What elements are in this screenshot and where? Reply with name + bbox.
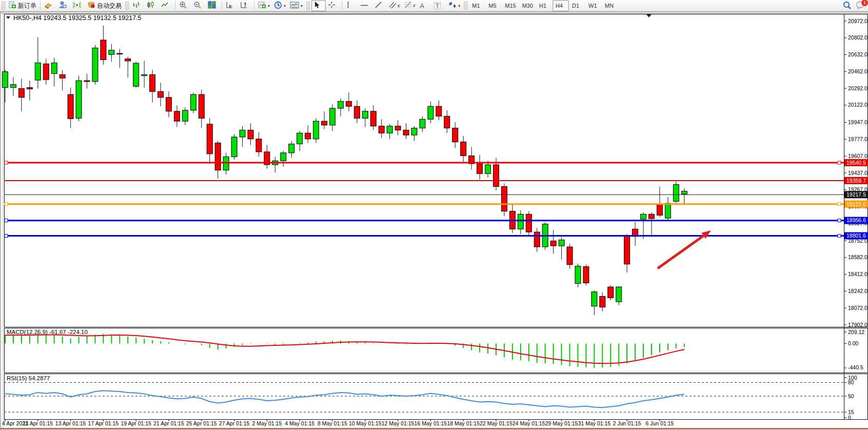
timeframe-button-MN[interactable]: MN <box>602 0 618 11</box>
indicators-caret-icon: ▾ <box>268 4 270 8</box>
candle-body <box>182 110 188 121</box>
timeframe-button-D1[interactable]: D1 <box>569 0 585 11</box>
candle-body <box>583 267 589 283</box>
hline-left-handle[interactable] <box>5 219 8 222</box>
candle-body <box>485 165 491 173</box>
candle-body <box>150 75 155 92</box>
macd-axis-label: -440.5 <box>848 364 863 370</box>
new-order-button[interactable]: 新订单 <box>7 0 38 11</box>
templates-button[interactable]: ▾ <box>288 0 305 11</box>
macd-axis-label: 209.12 <box>848 329 864 335</box>
date-axis-label: 13 Apr 01:15 <box>55 420 86 426</box>
candle-body <box>673 185 679 202</box>
hline-right-handle[interactable] <box>838 161 841 164</box>
hline-right-handle[interactable] <box>838 219 841 222</box>
timeframe-button-H4[interactable]: H4 <box>553 0 569 11</box>
timeframe-button-M1[interactable]: M1 <box>469 0 485 11</box>
fibo-suffix: F <box>413 4 416 8</box>
search-icon[interactable] <box>842 1 852 11</box>
date-axis-label: 2 Jun 01:15 <box>613 420 641 426</box>
timeframe-button-M30[interactable]: M30 <box>519 0 536 11</box>
candle-body <box>256 139 262 152</box>
candle-body <box>444 116 450 128</box>
price-axis-label: 17902.0 <box>848 322 867 328</box>
tile-windows-button[interactable] <box>206 0 220 11</box>
vertical-line-icon <box>346 1 350 10</box>
hline-right-handle[interactable] <box>838 234 841 238</box>
hline-left-handle[interactable] <box>5 203 8 206</box>
bar-chart-type-button[interactable] <box>130 0 145 11</box>
cursor-tool-button[interactable] <box>311 0 326 11</box>
person-computer-icon <box>58 1 67 10</box>
crosshair-tool-button[interactable] <box>326 0 340 11</box>
hline-tool-button[interactable] <box>358 0 372 11</box>
candle-body <box>68 94 73 119</box>
rsi-axis-label: 0 <box>848 415 851 421</box>
macd-axis-label: 0.00 <box>848 340 859 346</box>
terminal-button[interactable] <box>56 0 71 11</box>
date-axis-label: 27 Apr 01:15 <box>219 420 250 426</box>
candle-body <box>649 214 655 219</box>
chart-surface[interactable]: 20972.020802.020632.020462.020292.020122… <box>0 0 868 430</box>
horizontal-line-icon <box>360 2 368 9</box>
arrows-tool-button[interactable]: ▾ <box>446 0 462 11</box>
candle-body <box>494 165 499 186</box>
new-order-label: 新订单 <box>18 2 36 10</box>
text-tool-button[interactable]: A <box>418 0 432 11</box>
candlestick-chart-type-button[interactable] <box>145 0 159 11</box>
hline-right-handle[interactable] <box>838 203 841 206</box>
candle-body <box>92 48 98 82</box>
candle-body <box>420 119 425 128</box>
zoom-in-button[interactable] <box>177 0 191 11</box>
periods-button[interactable]: ▾ <box>272 0 288 11</box>
trendline-tool-button[interactable] <box>372 0 387 11</box>
signal-button[interactable] <box>71 0 85 11</box>
timeframe-button-W1[interactable]: W1 <box>585 0 602 11</box>
candle-body <box>550 241 556 246</box>
channel-tool-button[interactable]: E <box>387 0 402 11</box>
candle-body <box>305 133 311 139</box>
candle-body <box>338 102 343 108</box>
text-tool-icon: A <box>420 2 424 10</box>
candle-body <box>313 121 319 139</box>
auto-trading-button[interactable]: 自动交易 <box>85 0 124 11</box>
timeframe-button-M5[interactable]: M5 <box>485 0 502 11</box>
candle-body <box>534 232 540 247</box>
candle-body <box>322 121 327 125</box>
auto-scroll-icon <box>226 1 233 10</box>
date-axis-label: 25 Apr 01:15 <box>186 420 217 426</box>
timeframe-button-H1[interactable]: H1 <box>536 0 553 11</box>
date-axis-label: 10 May 01:15 <box>349 420 382 426</box>
candle-body <box>403 130 409 135</box>
candle-body <box>362 111 368 118</box>
hline-left-handle[interactable] <box>5 161 8 164</box>
gold-book-icon <box>44 2 52 10</box>
candle-body <box>461 142 466 156</box>
auto-trading-label: 自动交易 <box>97 2 122 10</box>
text-label-tool-button[interactable]: T <box>432 0 446 11</box>
auto-scroll-button[interactable] <box>224 0 238 11</box>
market-watch-button[interactable] <box>42 0 56 11</box>
vline-tool-button[interactable] <box>344 0 358 11</box>
date-axis-label: 31 May 01:15 <box>578 420 611 426</box>
price-axis-label: 19437.0 <box>848 170 867 176</box>
candle-body <box>51 63 57 73</box>
hline-left-handle[interactable] <box>5 234 8 238</box>
timeframe-button-M15[interactable]: M15 <box>502 0 519 11</box>
indicators-button[interactable]: ▾ <box>256 0 272 11</box>
macd-panel[interactable] <box>4 328 867 373</box>
line-chart-type-button[interactable] <box>159 0 173 11</box>
main-chart-panel[interactable] <box>4 14 867 327</box>
zoom-out-icon <box>193 1 202 11</box>
crosshair-icon <box>328 1 336 10</box>
candlestick-icon <box>147 1 154 10</box>
candle-body <box>125 59 131 61</box>
fibonacci-tool-button[interactable]: F <box>402 0 418 11</box>
notifications-button[interactable]: 1 <box>856 1 865 11</box>
price-axis-label: 18242.0 <box>848 288 867 294</box>
candle-body <box>101 40 106 60</box>
window-bottom-strip <box>0 428 868 429</box>
chart-shift-button[interactable] <box>238 0 252 11</box>
line-chart-icon <box>161 1 169 10</box>
zoom-out-button[interactable] <box>191 0 206 11</box>
